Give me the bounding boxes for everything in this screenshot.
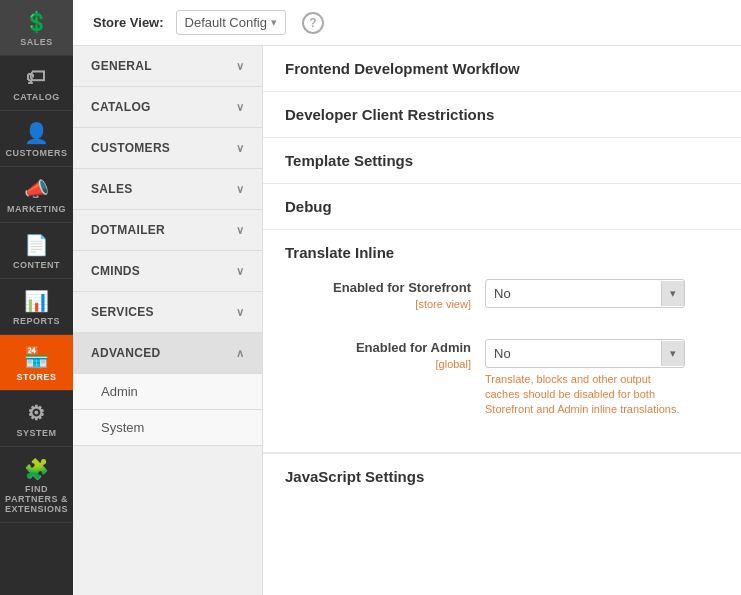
- content-area: GENERAL ∨ CATALOG ∨ CUSTOMERS ∨ SALES ∨ …: [73, 46, 741, 595]
- admin-row: Enabled for Admin [global] No Yes ▾ Tran…: [285, 331, 719, 426]
- nav-item-label: GENERAL: [91, 59, 152, 73]
- sidebar-item-reports[interactable]: 📊 REPORTS: [0, 279, 73, 335]
- chevron-down-icon: ∨: [236, 142, 244, 155]
- nav-item-dotmailer[interactable]: DOTMAILER ∨: [73, 210, 262, 251]
- chevron-down-icon: ∨: [236, 265, 244, 278]
- section-js-settings[interactable]: JavaScript Settings: [263, 453, 741, 499]
- admin-help-text: Translate, blocks and other output cache…: [485, 372, 685, 418]
- sidebar-item-label: STORES: [17, 372, 57, 382]
- store-view-dropdown[interactable]: Default Config ▾: [176, 10, 286, 35]
- sidebar-item-customers[interactable]: 👤 CUSTOMERS: [0, 111, 73, 167]
- store-view-label: Store View:: [93, 15, 164, 30]
- section-debug[interactable]: Debug: [263, 184, 741, 230]
- content-icon: 📄: [24, 233, 50, 257]
- chevron-down-icon: ∨: [236, 101, 244, 114]
- sidebar: 💲 SALES 🏷 CATALOG 👤 CUSTOMERS 📣 MARKETIN…: [0, 0, 73, 595]
- sidebar-item-label: REPORTS: [13, 316, 60, 326]
- sidebar-item-label: CONTENT: [13, 260, 60, 270]
- top-bar: Store View: Default Config ▾ ?: [73, 0, 741, 46]
- storefront-control: No Yes ▾: [485, 279, 719, 308]
- sidebar-item-label: CUSTOMERS: [6, 148, 68, 158]
- nav-item-label: ADVANCED: [91, 346, 161, 360]
- customers-icon: 👤: [24, 121, 50, 145]
- nav-item-advanced[interactable]: ADVANCED ∧: [73, 333, 262, 374]
- sidebar-item-label: SYSTEM: [16, 428, 56, 438]
- storefront-sublabel: [store view]: [285, 297, 471, 312]
- sidebar-item-stores[interactable]: 🏪 STORES: [0, 335, 73, 391]
- nav-item-catalog[interactable]: CATALOG ∨: [73, 87, 262, 128]
- nav-item-label: SERVICES: [91, 305, 154, 319]
- nav-sub-item-system[interactable]: System: [73, 410, 262, 446]
- chevron-down-icon: ∨: [236, 224, 244, 237]
- help-icon[interactable]: ?: [302, 12, 324, 34]
- translate-inline-section: Translate Inline Enabled for Storefront …: [263, 230, 741, 453]
- section-frontend-dev[interactable]: Frontend Development Workflow: [263, 46, 741, 92]
- select-dropdown-btn[interactable]: ▾: [661, 281, 684, 306]
- admin-select[interactable]: No Yes: [486, 340, 661, 367]
- section-dev-client[interactable]: Developer Client Restrictions: [263, 92, 741, 138]
- sidebar-item-system[interactable]: ⚙ SYSTEM: [0, 391, 73, 447]
- right-panel: Frontend Development Workflow Developer …: [263, 46, 741, 595]
- chevron-down-icon: ∨: [236, 183, 244, 196]
- chevron-down-icon: ∨: [236, 306, 244, 319]
- sidebar-item-find-partners[interactable]: 🧩 FIND PARTNERS & EXTENSIONS: [0, 447, 73, 523]
- nav-item-label: SALES: [91, 182, 133, 196]
- sidebar-item-sales[interactable]: 💲 SALES: [0, 0, 73, 56]
- sidebar-item-label: MARKETING: [7, 204, 66, 214]
- storefront-row: Enabled for Storefront [store view] No Y…: [285, 271, 719, 321]
- nav-item-cminds[interactable]: CMINDS ∨: [73, 251, 262, 292]
- main-area: Store View: Default Config ▾ ? GENERAL ∨…: [73, 0, 741, 595]
- stores-icon: 🏪: [24, 345, 50, 369]
- nav-item-services[interactable]: SERVICES ∨: [73, 292, 262, 333]
- admin-control: No Yes ▾ Translate, blocks and other out…: [485, 339, 719, 418]
- nav-item-label: DOTMAILER: [91, 223, 165, 237]
- reports-icon: 📊: [24, 289, 50, 313]
- storefront-select-control[interactable]: No Yes ▾: [485, 279, 685, 308]
- chevron-down-icon: ∨: [236, 60, 244, 73]
- store-view-value: Default Config: [185, 15, 267, 30]
- sidebar-item-label: FIND PARTNERS & EXTENSIONS: [4, 484, 69, 514]
- nav-item-sales[interactable]: SALES ∨: [73, 169, 262, 210]
- nav-item-label: CATALOG: [91, 100, 151, 114]
- nav-item-label: CUSTOMERS: [91, 141, 170, 155]
- chevron-down-icon: ▾: [271, 16, 277, 29]
- find-icon: 🧩: [24, 457, 50, 481]
- sidebar-item-catalog[interactable]: 🏷 CATALOG: [0, 56, 73, 111]
- chevron-up-icon: ∧: [236, 347, 244, 360]
- system-icon: ⚙: [27, 401, 46, 425]
- admin-sublabel: [global]: [285, 357, 471, 372]
- left-nav: GENERAL ∨ CATALOG ∨ CUSTOMERS ∨ SALES ∨ …: [73, 46, 263, 595]
- select-dropdown-btn[interactable]: ▾: [661, 341, 684, 366]
- sidebar-item-label: CATALOG: [13, 92, 60, 102]
- sidebar-item-label: SALES: [20, 37, 53, 47]
- nav-item-customers[interactable]: CUSTOMERS ∨: [73, 128, 262, 169]
- marketing-icon: 📣: [24, 177, 50, 201]
- admin-label: Enabled for Admin [global]: [285, 339, 485, 373]
- sidebar-item-content[interactable]: 📄 CONTENT: [0, 223, 73, 279]
- translate-inline-title[interactable]: Translate Inline: [285, 230, 719, 271]
- sales-icon: 💲: [24, 10, 50, 34]
- section-template[interactable]: Template Settings: [263, 138, 741, 184]
- nav-sub-item-admin[interactable]: Admin: [73, 374, 262, 410]
- storefront-select[interactable]: No Yes: [486, 280, 661, 307]
- catalog-icon: 🏷: [26, 66, 47, 89]
- admin-select-control[interactable]: No Yes ▾: [485, 339, 685, 368]
- nav-item-general[interactable]: GENERAL ∨: [73, 46, 262, 87]
- nav-item-label: CMINDS: [91, 264, 140, 278]
- sidebar-item-marketing[interactable]: 📣 MARKETING: [0, 167, 73, 223]
- storefront-label: Enabled for Storefront [store view]: [285, 279, 485, 313]
